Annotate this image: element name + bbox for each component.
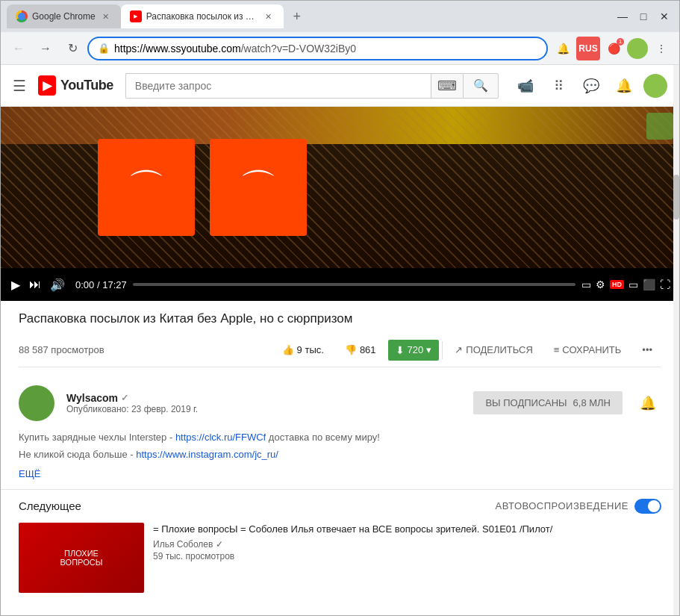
minimize-button[interactable]: — xyxy=(614,7,631,25)
subtitles-icon[interactable]: ▭ xyxy=(581,279,591,290)
miniplayer-icon[interactable]: ⬛ xyxy=(643,279,655,290)
next-section: Следующее АВТОВОСПРОИЗВЕДЕНИЕ ПЛОХИЕВОПР… xyxy=(1,490,679,602)
messages-icon[interactable]: 💬 xyxy=(578,72,605,99)
desc-text-2: Не кликой сюда больше - xyxy=(19,449,134,460)
chrome-favicon-icon xyxy=(16,10,28,22)
description-more-button[interactable]: ЕЩЁ xyxy=(19,468,41,479)
forward-button[interactable]: → xyxy=(34,37,57,60)
action-buttons: 👍 9 тыс. 👎 861 ⬇ 720 ▾ xyxy=(273,340,661,361)
browser-nav-icons: 🔔 RUS 🔴 1 ⋮ xyxy=(551,37,673,60)
video-controls-right: ▭ ⚙ HD ▭ ⬛ ⛶ xyxy=(581,279,670,290)
download-dropdown-icon: ▾ xyxy=(426,344,431,355)
create-video-icon[interactable]: 📹 xyxy=(512,72,539,99)
url-display[interactable]: https://www.ssyoutube.com/watch?v=D-VOW3… xyxy=(114,43,537,55)
apps-icon[interactable]: ⠿ xyxy=(545,72,572,99)
video-background: ⌒ ⌒ xyxy=(1,107,679,268)
youtube-logo-icon: ▶ xyxy=(38,75,56,96)
youtube-logo[interactable]: ▶ YouTube xyxy=(38,75,113,96)
aliexpress-icon-left: ⌒ xyxy=(98,139,195,236)
download-button[interactable]: ⬇ 720 ▾ xyxy=(388,340,440,361)
dislike-count: 861 xyxy=(360,344,376,355)
settings-icon[interactable]: ⚙ xyxy=(596,279,605,290)
video-info: Распаковка посылок из Китая без Apple, н… xyxy=(1,301,679,376)
progress-bar[interactable] xyxy=(133,283,575,286)
extension-icon-2[interactable]: 🔴 1 xyxy=(602,37,626,60)
current-time: 0:00 xyxy=(75,279,94,290)
tab-google-chrome[interactable]: Google Chrome ✕ xyxy=(7,4,121,28)
channel-row: Wylsacom ✓ Опубликовано: 23 февр. 2019 г… xyxy=(1,376,679,430)
hamburger-menu-icon[interactable]: ☰ xyxy=(13,77,26,95)
extension-icon-1[interactable]: RUS xyxy=(576,37,600,60)
tab-youtube-label: Распаковка посылок из Китая б xyxy=(146,11,258,22)
subscribed-label: ВЫ ПОДПИСАНЫ xyxy=(485,397,567,408)
notifications-bell-icon[interactable]: 🔔 xyxy=(611,72,637,99)
video-player[interactable]: ⌒ ⌒ ▶ ⏭ 🔊 xyxy=(1,107,679,301)
desc-text-1-rest: доставка по всему миру! xyxy=(269,432,380,443)
search-button[interactable]: 🔍 xyxy=(463,73,499,99)
next-video-title: = Плохие вопросЫ = Соболев Илья отвечает… xyxy=(153,523,661,536)
like-count: 9 тыс. xyxy=(297,344,324,355)
close-button[interactable]: ✕ xyxy=(655,7,673,25)
subscribe-button[interactable]: ВЫ ПОДПИСАНЫ 6,8 МЛН xyxy=(473,391,623,414)
next-channel-verified-icon: ✓ xyxy=(216,539,223,550)
next-video-item[interactable]: ПЛОХИЕВОПРОСЫ = Плохие вопросЫ = Соболев… xyxy=(19,523,661,593)
tab-close-chrome[interactable]: ✕ xyxy=(100,10,112,22)
volume-button[interactable]: 🔊 xyxy=(49,278,66,292)
keyboard-button[interactable]: ⌨ xyxy=(431,73,463,99)
verified-check-icon: ✓ xyxy=(121,393,128,403)
share-button[interactable]: ↗ ПОДЕЛИТЬСЯ xyxy=(446,340,541,360)
new-tab-button[interactable]: + xyxy=(287,6,308,27)
back-button[interactable]: ← xyxy=(7,37,31,60)
scrollbar-thumb[interactable] xyxy=(673,175,679,220)
menu-icon[interactable]: ⋮ xyxy=(649,37,673,60)
youtube-header: ☰ ▶ YouTube ⌨ 🔍 📹 ⠿ 💬 🔔 xyxy=(1,65,679,107)
like-button[interactable]: 👍 9 тыс. xyxy=(273,340,333,360)
video-controls: ▶ ⏭ 🔊 0:00 / 17:27 ▭ ⚙ xyxy=(1,268,679,301)
share-label: ПОДЕЛИТЬСЯ xyxy=(466,344,532,355)
total-time: 17:27 xyxy=(102,279,127,290)
time-display: 0:00 / 17:27 xyxy=(75,279,127,290)
search-input[interactable] xyxy=(125,73,431,99)
dislike-button[interactable]: 👎 861 xyxy=(336,340,385,360)
title-bar: Google Chrome ✕ Распаковка посылок из Ки… xyxy=(1,1,679,32)
toggle-thumb xyxy=(648,500,660,512)
youtube-favicon-icon xyxy=(130,10,142,22)
desc-text-1: Купить зарядные чехлы Interstep - xyxy=(19,432,172,443)
next-button[interactable]: ⏭ xyxy=(28,278,43,291)
subscriber-count: 6,8 МЛН xyxy=(573,397,611,408)
action-divider xyxy=(442,341,443,359)
next-video-thumbnail: ПЛОХИЕВОПРОСЫ xyxy=(19,523,144,593)
channel-bell-button[interactable]: 🔔 xyxy=(634,390,661,417)
youtube-profile-avatar[interactable] xyxy=(643,74,667,98)
download-quality: 720 xyxy=(408,344,424,355)
play-button[interactable]: ▶ xyxy=(10,278,22,292)
profile-avatar[interactable] xyxy=(627,38,648,59)
maximize-button[interactable]: □ xyxy=(634,7,652,25)
next-channel-name[interactable]: Илья Соболев xyxy=(153,539,213,550)
refresh-button[interactable]: ↻ xyxy=(60,37,84,60)
more-options-button[interactable]: ••• xyxy=(633,340,661,360)
url-path: /watch?v=D-VOW32iBy0 xyxy=(241,43,356,55)
tab-youtube[interactable]: Распаковка посылок из Китая б ✕ xyxy=(121,4,284,28)
content-area: ☰ ▶ YouTube ⌨ 🔍 📹 ⠿ 💬 🔔 xyxy=(1,65,679,602)
autoplay-label: АВТОВОСПРОИЗВЕДЕНИЕ xyxy=(496,500,628,511)
description-line-1: Купить зарядные чехлы Interstep - https:… xyxy=(19,430,661,445)
tab-close-youtube[interactable]: ✕ xyxy=(263,10,275,22)
notifications-icon[interactable]: 🔔 xyxy=(551,37,575,60)
save-label: СОХРАНИТЬ xyxy=(562,344,621,355)
description-link-2[interactable]: https://www.instagram.com/jc_ru/ xyxy=(136,449,278,460)
lock-icon: 🔒 xyxy=(98,43,110,54)
download-arrow-icon: ⬇ xyxy=(396,344,405,356)
theatre-mode-icon[interactable]: ▭ xyxy=(628,279,638,290)
channel-avatar[interactable] xyxy=(19,385,54,421)
channel-name-text[interactable]: Wylsacom xyxy=(66,392,118,404)
autoplay-toggle[interactable] xyxy=(634,499,661,514)
save-button[interactable]: ≡ СОХРАНИТЬ xyxy=(545,340,631,360)
fullscreen-icon[interactable]: ⛶ xyxy=(660,279,670,290)
scrollbar[interactable] xyxy=(673,65,679,615)
channel-name: Wylsacom ✓ xyxy=(66,392,461,404)
main-content-wrapper: ☰ ▶ YouTube ⌨ 🔍 📹 ⠿ 💬 🔔 xyxy=(1,65,679,615)
youtube-logo-text: YouTube xyxy=(60,78,113,93)
address-bar[interactable]: 🔒 https://www.ssyoutube.com/watch?v=D-VO… xyxy=(87,37,548,60)
description-link-1[interactable]: https://clck.ru/FFWCf xyxy=(175,432,266,443)
